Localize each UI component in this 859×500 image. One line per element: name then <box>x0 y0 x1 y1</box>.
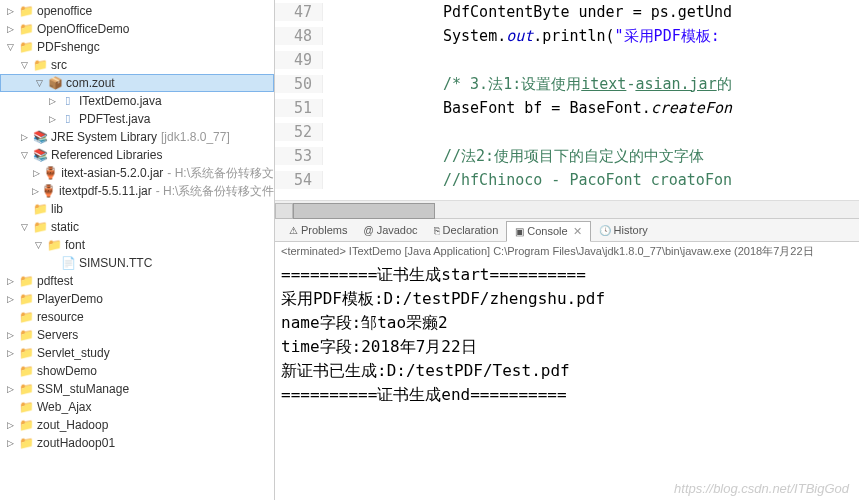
tab-icon: ▣ <box>515 226 524 237</box>
expand-icon[interactable]: ▽ <box>18 149 30 161</box>
code-content[interactable]: BaseFont bf = BaseFont.createFon <box>323 99 732 117</box>
item-label: PlayerDemo <box>37 292 103 306</box>
item-icon: 🷀 <box>60 111 76 127</box>
item-label: pdftest <box>37 274 73 288</box>
expand-icon[interactable]: ▷ <box>4 5 16 17</box>
expand-icon[interactable]: ▷ <box>46 95 58 107</box>
item-icon: 📁 <box>18 3 34 19</box>
item-icon: 📁 <box>18 273 34 289</box>
project-explorer[interactable]: ▷📁openoffice▷📁OpenOfficeDemo▽📁PDFshengc▽… <box>0 0 275 500</box>
item-icon: 📦 <box>47 75 63 91</box>
tree-item-servers[interactable]: ▷📁Servers <box>0 326 274 344</box>
tab-icon: ⚠ <box>289 225 298 236</box>
item-label: zoutHadoop01 <box>37 436 115 450</box>
tree-item-web-ajax[interactable]: 📁Web_Ajax <box>0 398 274 416</box>
horizontal-scrollbar[interactable] <box>275 200 859 218</box>
expand-icon[interactable]: ▽ <box>18 221 30 233</box>
tree-item-static[interactable]: ▽📁static <box>0 218 274 236</box>
console-output[interactable]: ==========证书生成start==========采用PDF模板:D:/… <box>275 261 859 500</box>
tree-item-itext-asian-5-2-0-jar[interactable]: ▷🏺itext-asian-5.2.0.jar- H:\系统备份转移文 <box>0 164 274 182</box>
tree-item-zouthadoop01[interactable]: ▷📁zoutHadoop01 <box>0 434 274 452</box>
tab-icon: 🕓 <box>599 225 611 236</box>
item-label: SIMSUN.TTC <box>79 256 152 270</box>
item-label: com.zout <box>66 76 115 90</box>
item-label: ITextDemo.java <box>79 94 162 108</box>
expand-icon[interactable]: ▷ <box>32 167 41 179</box>
tree-item-zout-hadoop[interactable]: ▷📁zout_Hadoop <box>0 416 274 434</box>
expand-icon[interactable]: ▽ <box>18 59 30 71</box>
tab-javadoc[interactable]: @Javadoc <box>355 221 425 239</box>
tree-item-simsun-ttc[interactable]: 📄SIMSUN.TTC <box>0 254 274 272</box>
tree-item-pdfshengc[interactable]: ▽📁PDFshengc <box>0 38 274 56</box>
tree-item-openoffice[interactable]: ▷📁openoffice <box>0 2 274 20</box>
expand-icon[interactable]: ▷ <box>4 275 16 287</box>
tree-item-playerdemo[interactable]: ▷📁PlayerDemo <box>0 290 274 308</box>
tab-problems[interactable]: ⚠Problems <box>281 221 355 239</box>
code-content[interactable]: //hfChinoco - PacoFont croatoFon <box>323 171 732 189</box>
item-label: PDFTest.java <box>79 112 150 126</box>
console-line: 采用PDF模板:D:/testPDF/zhengshu.pdf <box>281 287 853 311</box>
expand-icon[interactable]: ▷ <box>4 293 16 305</box>
console-line: time字段:2018年7月22日 <box>281 335 853 359</box>
item-icon: 📄 <box>60 255 76 271</box>
tab-history[interactable]: 🕓History <box>591 221 656 239</box>
expand-icon[interactable] <box>4 311 16 323</box>
expand-icon[interactable]: ▷ <box>46 113 58 125</box>
console-status: <terminated> ITextDemo [Java Application… <box>275 242 859 261</box>
code-editor[interactable]: 47PdfContentByte under = ps.getUnd48Syst… <box>275 0 859 200</box>
code-content[interactable]: System.out.println("采用PDF模板: <box>323 27 720 46</box>
expand-icon[interactable] <box>4 365 16 377</box>
tree-item-jre-system-library[interactable]: ▷📚JRE System Library[jdk1.8.0_77] <box>0 128 274 146</box>
item-label: itextpdf-5.5.11.jar <box>59 184 152 198</box>
item-icon: 📁 <box>18 309 34 325</box>
line-number: 47 <box>275 3 323 21</box>
tree-item-font[interactable]: ▽📁font <box>0 236 274 254</box>
expand-icon[interactable]: ▽ <box>33 77 45 89</box>
item-icon: 🷀 <box>60 93 76 109</box>
tab-console[interactable]: ▣Console ✕ <box>506 221 590 242</box>
item-path: - H:\系统备份转移文件 <box>156 183 275 200</box>
tree-item-referenced-libraries[interactable]: ▽📚Referenced Libraries <box>0 146 274 164</box>
code-content[interactable]: PdfContentByte under = ps.getUnd <box>323 3 732 21</box>
tree-item-itextpdf-5-5-11-jar[interactable]: ▷🏺itextpdf-5.5.11.jar- H:\系统备份转移文件 <box>0 182 274 200</box>
expand-icon[interactable]: ▷ <box>4 419 16 431</box>
item-icon: 📚 <box>32 129 48 145</box>
code-content[interactable]: //法2:使用项目下的自定义的中文字体 <box>323 147 704 166</box>
tree-item-pdftest[interactable]: ▷📁pdftest <box>0 272 274 290</box>
console-line: ==========证书生成start========== <box>281 263 853 287</box>
tree-item-pdftest-java[interactable]: ▷🷀PDFTest.java <box>0 110 274 128</box>
expand-icon[interactable]: ▷ <box>18 131 30 143</box>
tree-item-resource[interactable]: 📁resource <box>0 308 274 326</box>
code-content[interactable]: /* 3.法1:设置使用itext-asian.jar的 <box>323 75 732 94</box>
item-label: openoffice <box>37 4 92 18</box>
console-line: ==========证书生成end========== <box>281 383 853 407</box>
tree-item-servlet-study[interactable]: ▷📁Servlet_study <box>0 344 274 362</box>
tab-declaration[interactable]: ⎘Declaration <box>426 221 507 239</box>
expand-icon[interactable]: ▷ <box>4 437 16 449</box>
expand-icon[interactable] <box>46 257 58 269</box>
expand-icon[interactable] <box>4 401 16 413</box>
expand-icon[interactable]: ▷ <box>4 329 16 341</box>
tree-item-src[interactable]: ▽📁src <box>0 56 274 74</box>
expand-icon[interactable]: ▷ <box>4 347 16 359</box>
line-number: 54 <box>275 171 323 189</box>
tree-item-lib[interactable]: 📁lib <box>0 200 274 218</box>
tree-item-openofficedemo[interactable]: ▷📁OpenOfficeDemo <box>0 20 274 38</box>
item-label: SSM_stuManage <box>37 382 129 396</box>
item-label: lib <box>51 202 63 216</box>
line-number: 53 <box>275 147 323 165</box>
expand-icon[interactable]: ▷ <box>4 383 16 395</box>
expand-icon[interactable]: ▷ <box>32 185 39 197</box>
watermark: https://blog.csdn.net/ITBigGod <box>674 481 849 496</box>
item-label: font <box>65 238 85 252</box>
tree-item-itextdemo-java[interactable]: ▷🷀ITextDemo.java <box>0 92 274 110</box>
expand-icon[interactable]: ▽ <box>4 41 16 53</box>
tree-item-com-zout[interactable]: ▽📦com.zout <box>0 74 274 92</box>
expand-icon[interactable]: ▷ <box>4 23 16 35</box>
close-icon[interactable]: ✕ <box>573 225 582 238</box>
tree-item-showdemo[interactable]: 📁showDemo <box>0 362 274 380</box>
tab-label: Console <box>527 225 567 237</box>
tree-item-ssm-stumanage[interactable]: ▷📁SSM_stuManage <box>0 380 274 398</box>
expand-icon[interactable]: ▽ <box>32 239 44 251</box>
expand-icon[interactable] <box>18 203 30 215</box>
